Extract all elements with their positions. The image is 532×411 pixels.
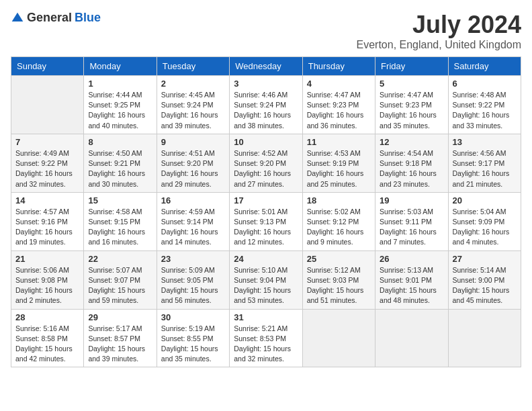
title-area: July 2024 Everton, England, United Kingd… — [357, 11, 521, 51]
day-info: Sunrise: 5:03 AM Sunset: 9:11 PM Dayligh… — [380, 207, 443, 248]
day-info: Sunrise: 5:16 AM Sunset: 8:58 PM Dayligh… — [15, 324, 79, 365]
day-number: 30 — [161, 312, 225, 322]
day-number: 7 — [15, 137, 79, 147]
calendar-cell: 22Sunrise: 5:07 AM Sunset: 9:07 PM Dayli… — [84, 250, 157, 309]
day-info: Sunrise: 5:01 AM Sunset: 9:13 PM Dayligh… — [234, 207, 298, 248]
calendar-cell: 3Sunrise: 4:46 AM Sunset: 9:24 PM Daylig… — [230, 76, 302, 134]
day-info: Sunrise: 5:19 AM Sunset: 8:55 PM Dayligh… — [161, 324, 225, 365]
day-info: Sunrise: 4:44 AM Sunset: 9:25 PM Dayligh… — [88, 90, 152, 131]
day-number: 12 — [380, 137, 443, 147]
calendar-cell: 7Sunrise: 4:49 AM Sunset: 9:22 PM Daylig… — [11, 134, 84, 192]
day-number: 14 — [15, 195, 79, 205]
day-info: Sunrise: 5:12 AM Sunset: 9:03 PM Dayligh… — [307, 265, 371, 306]
day-info: Sunrise: 4:56 AM Sunset: 9:17 PM Dayligh… — [453, 148, 517, 189]
day-info: Sunrise: 5:21 AM Sunset: 8:53 PM Dayligh… — [234, 324, 298, 365]
month-title: July 2024 — [357, 11, 521, 39]
day-info: Sunrise: 5:14 AM Sunset: 9:00 PM Dayligh… — [453, 265, 517, 306]
day-number: 31 — [234, 312, 298, 322]
calendar-cell: 2Sunrise: 4:45 AM Sunset: 9:24 PM Daylig… — [157, 76, 229, 134]
calendar-cell: 31Sunrise: 5:21 AM Sunset: 8:53 PM Dayli… — [230, 309, 302, 367]
day-number: 24 — [234, 254, 298, 264]
weekday-header-cell: Monday — [84, 57, 157, 76]
calendar-cell: 21Sunrise: 5:06 AM Sunset: 9:08 PM Dayli… — [11, 250, 84, 309]
day-info: Sunrise: 4:59 AM Sunset: 9:14 PM Dayligh… — [161, 207, 225, 248]
header: General Blue July 2024 Everton, England,… — [11, 11, 521, 51]
day-number: 23 — [161, 254, 225, 264]
calendar-cell: 18Sunrise: 5:02 AM Sunset: 9:12 PM Dayli… — [302, 192, 375, 250]
calendar-week-row: 1Sunrise: 4:44 AM Sunset: 9:25 PM Daylig… — [11, 76, 521, 134]
logo-text-general: General — [27, 11, 72, 25]
weekday-header-row: SundayMondayTuesdayWednesdayThursdayFrid… — [11, 57, 521, 76]
calendar-cell: 17Sunrise: 5:01 AM Sunset: 9:13 PM Dayli… — [230, 192, 302, 250]
day-info: Sunrise: 5:07 AM Sunset: 9:07 PM Dayligh… — [88, 265, 152, 306]
day-number: 19 — [380, 195, 443, 205]
calendar-cell: 27Sunrise: 5:14 AM Sunset: 9:00 PM Dayli… — [448, 250, 521, 309]
day-info: Sunrise: 4:51 AM Sunset: 9:20 PM Dayligh… — [161, 148, 225, 189]
logo-text-blue: Blue — [75, 11, 101, 25]
calendar-cell: 12Sunrise: 4:54 AM Sunset: 9:18 PM Dayli… — [375, 134, 448, 192]
day-info: Sunrise: 4:47 AM Sunset: 9:23 PM Dayligh… — [380, 90, 443, 131]
calendar-cell: 6Sunrise: 4:48 AM Sunset: 9:22 PM Daylig… — [448, 76, 521, 134]
day-info: Sunrise: 4:46 AM Sunset: 9:24 PM Dayligh… — [234, 90, 298, 131]
day-number: 22 — [88, 254, 152, 264]
calendar-cell: 10Sunrise: 4:52 AM Sunset: 9:20 PM Dayli… — [230, 134, 302, 192]
day-number: 17 — [234, 195, 298, 205]
day-info: Sunrise: 4:53 AM Sunset: 9:19 PM Dayligh… — [307, 148, 371, 189]
day-info: Sunrise: 4:50 AM Sunset: 9:21 PM Dayligh… — [88, 148, 152, 189]
day-number: 16 — [161, 195, 225, 205]
day-number: 18 — [307, 195, 371, 205]
calendar-cell: 25Sunrise: 5:12 AM Sunset: 9:03 PM Dayli… — [302, 250, 375, 309]
calendar-cell: 1Sunrise: 4:44 AM Sunset: 9:25 PM Daylig… — [84, 76, 157, 134]
day-info: Sunrise: 5:17 AM Sunset: 8:57 PM Dayligh… — [88, 324, 152, 365]
day-number: 10 — [234, 137, 298, 147]
weekday-header-cell: Saturday — [448, 57, 521, 76]
day-number: 20 — [453, 195, 517, 205]
calendar-cell: 11Sunrise: 4:53 AM Sunset: 9:19 PM Dayli… — [302, 134, 375, 192]
day-number: 2 — [161, 79, 225, 89]
day-info: Sunrise: 4:57 AM Sunset: 9:16 PM Dayligh… — [15, 207, 79, 248]
logo-icon — [11, 11, 24, 25]
day-number: 13 — [453, 137, 517, 147]
day-number: 21 — [15, 254, 79, 264]
calendar-cell: 23Sunrise: 5:09 AM Sunset: 9:05 PM Dayli… — [157, 250, 229, 309]
day-number: 5 — [380, 79, 443, 89]
calendar-cell: 20Sunrise: 5:04 AM Sunset: 9:09 PM Dayli… — [448, 192, 521, 250]
day-info: Sunrise: 4:45 AM Sunset: 9:24 PM Dayligh… — [161, 90, 225, 131]
day-info: Sunrise: 4:49 AM Sunset: 9:22 PM Dayligh… — [15, 148, 79, 189]
weekday-header-cell: Wednesday — [230, 57, 302, 76]
calendar-cell: 19Sunrise: 5:03 AM Sunset: 9:11 PM Dayli… — [375, 192, 448, 250]
calendar-cell — [448, 309, 521, 367]
day-number: 1 — [88, 79, 152, 89]
calendar-table: SundayMondayTuesdayWednesdayThursdayFrid… — [11, 56, 521, 367]
calendar-cell: 8Sunrise: 4:50 AM Sunset: 9:21 PM Daylig… — [84, 134, 157, 192]
location-title: Everton, England, United Kingdom — [357, 39, 521, 51]
weekday-header-cell: Thursday — [302, 57, 375, 76]
calendar-cell: 29Sunrise: 5:17 AM Sunset: 8:57 PM Dayli… — [84, 309, 157, 367]
day-info: Sunrise: 4:52 AM Sunset: 9:20 PM Dayligh… — [234, 148, 298, 189]
calendar-week-row: 14Sunrise: 4:57 AM Sunset: 9:16 PM Dayli… — [11, 192, 521, 250]
calendar-cell: 14Sunrise: 4:57 AM Sunset: 9:16 PM Dayli… — [11, 192, 84, 250]
calendar-cell: 13Sunrise: 4:56 AM Sunset: 9:17 PM Dayli… — [448, 134, 521, 192]
day-info: Sunrise: 5:06 AM Sunset: 9:08 PM Dayligh… — [15, 265, 79, 306]
day-number: 15 — [88, 195, 152, 205]
day-number: 9 — [161, 137, 225, 147]
calendar-cell: 26Sunrise: 5:13 AM Sunset: 9:01 PM Dayli… — [375, 250, 448, 309]
day-number: 11 — [307, 137, 371, 147]
day-info: Sunrise: 4:54 AM Sunset: 9:18 PM Dayligh… — [380, 148, 443, 189]
calendar-cell: 24Sunrise: 5:10 AM Sunset: 9:04 PM Dayli… — [230, 250, 302, 309]
day-info: Sunrise: 5:13 AM Sunset: 9:01 PM Dayligh… — [380, 265, 443, 306]
calendar-cell: 28Sunrise: 5:16 AM Sunset: 8:58 PM Dayli… — [11, 309, 84, 367]
day-number: 8 — [88, 137, 152, 147]
day-number: 25 — [307, 254, 371, 264]
svg-marker-0 — [12, 12, 24, 21]
weekday-header-cell: Friday — [375, 57, 448, 76]
day-info: Sunrise: 4:47 AM Sunset: 9:23 PM Dayligh… — [307, 90, 371, 131]
day-number: 3 — [234, 79, 298, 89]
calendar-body: 1Sunrise: 4:44 AM Sunset: 9:25 PM Daylig… — [11, 76, 521, 367]
calendar-cell: 15Sunrise: 4:58 AM Sunset: 9:15 PM Dayli… — [84, 192, 157, 250]
day-number: 26 — [380, 254, 443, 264]
day-number: 4 — [307, 79, 371, 89]
day-info: Sunrise: 4:58 AM Sunset: 9:15 PM Dayligh… — [88, 207, 152, 248]
calendar-cell — [11, 76, 84, 134]
calendar-cell: 4Sunrise: 4:47 AM Sunset: 9:23 PM Daylig… — [302, 76, 375, 134]
